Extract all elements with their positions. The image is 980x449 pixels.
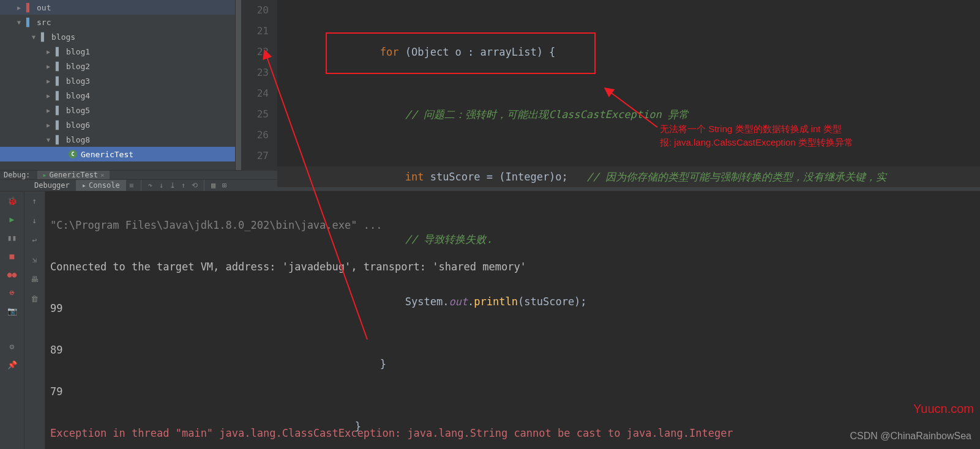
tab-debugger[interactable]: Debugger bbox=[28, 180, 76, 191]
tree-item-out[interactable]: ▶▋out bbox=[0, 0, 241, 15]
print-icon[interactable]: 🖶 bbox=[28, 272, 42, 286]
up-icon[interactable]: ↑ bbox=[28, 194, 42, 207]
folder-icon: ▋ bbox=[23, 17, 34, 28]
annotation-text: 无法将一个 String 类型的数据转换成 int 类型 报: java.lan… bbox=[660, 122, 853, 149]
line-number: 23 bbox=[242, 62, 269, 83]
tree-item-blog3[interactable]: ▶▋blog3 bbox=[0, 73, 241, 88]
code-line-current: int stuScore = (Integer)o; // 因为你存储的类型可能… bbox=[277, 166, 980, 187]
step-into-icon[interactable]: ↓ bbox=[156, 181, 167, 190]
code-line: // 导致转换失败. bbox=[277, 229, 980, 250]
run-to-cursor-icon[interactable]: ▦ bbox=[208, 181, 219, 190]
tree-label: src bbox=[37, 18, 51, 27]
scroll-icon[interactable]: ⇲ bbox=[28, 253, 42, 266]
chevron-right-icon: ▶ bbox=[15, 4, 23, 11]
console-toolbar: ↑ ↓ ↩ ⇲ 🖶 🗑 bbox=[24, 191, 45, 449]
folder-icon: ▋ bbox=[53, 46, 64, 57]
folder-icon: ▋ bbox=[53, 75, 64, 86]
separator bbox=[204, 180, 204, 191]
tree-label: blog6 bbox=[66, 121, 90, 130]
code-line: for (Object o : arrayList) { bbox=[277, 42, 980, 62]
chevron-right-icon: ▶ bbox=[44, 63, 53, 70]
resume-icon[interactable]: ▶ bbox=[6, 212, 19, 226]
tree-item-blogs[interactable]: ▼▋blogs bbox=[0, 29, 241, 44]
breakpoints-icon[interactable]: ●● bbox=[6, 267, 19, 281]
chevron-right-icon: ▶ bbox=[44, 107, 53, 114]
step-over-icon[interactable]: ↷ bbox=[145, 181, 156, 190]
tree-label: out bbox=[37, 3, 51, 12]
tree-item-blog8[interactable]: ▼▋blog8 bbox=[0, 132, 241, 147]
pin-icon[interactable]: 📌 bbox=[6, 358, 19, 371]
wrap-icon[interactable]: ↩ bbox=[28, 233, 42, 247]
chevron-right-icon: ▶ bbox=[44, 48, 53, 55]
step-out-icon[interactable]: ↑ bbox=[178, 181, 189, 190]
close-icon[interactable]: × bbox=[100, 171, 105, 179]
gutter: 20 21 22 23 24 25 26 27 bbox=[242, 0, 277, 170]
chevron-right-icon: ▶ bbox=[44, 78, 53, 84]
settings-icon[interactable]: ⚙ bbox=[6, 340, 19, 353]
scrollbar[interactable] bbox=[235, 0, 241, 170]
filter-icon[interactable]: ≡ bbox=[126, 181, 137, 190]
code-line: // 问题二：强转时，可能出现ClassCastException 异常 bbox=[277, 104, 980, 125]
class-icon: C bbox=[67, 149, 78, 160]
pause-icon[interactable]: ▮▮ bbox=[6, 231, 19, 244]
line-number: 26 bbox=[242, 125, 269, 146]
line-number: 20 bbox=[242, 0, 269, 21]
code-editor[interactable]: 20 21 22 23 24 25 26 27 for (Object o : … bbox=[242, 0, 980, 170]
tree-label: blog4 bbox=[66, 91, 90, 100]
folder-icon: ▋ bbox=[53, 61, 64, 72]
folder-icon: ▋ bbox=[53, 119, 64, 130]
chevron-down-icon: ▼ bbox=[44, 136, 53, 143]
rerun-icon[interactable]: 🐞 bbox=[6, 194, 19, 207]
tree-label: blogs bbox=[51, 32, 75, 42]
tree-label: GenericTest bbox=[81, 150, 133, 159]
tree-label: blog8 bbox=[66, 135, 90, 144]
tree-label: blog3 bbox=[66, 76, 90, 86]
separator bbox=[141, 180, 141, 191]
chevron-down-icon: ▼ bbox=[15, 19, 23, 26]
down-icon[interactable]: ↓ bbox=[28, 213, 42, 227]
console-icon: ▸ bbox=[82, 181, 86, 190]
tree-item-blog5[interactable]: ▶▋blog5 bbox=[0, 103, 241, 117]
chevron-down-icon: ▼ bbox=[29, 34, 38, 40]
tree-item-blog4[interactable]: ▶▋blog4 bbox=[0, 88, 241, 103]
line-number: 25 bbox=[242, 104, 269, 125]
tree-item-src[interactable]: ▼▋src bbox=[0, 15, 241, 29]
folder-icon: ▋ bbox=[23, 2, 34, 13]
line-number: 27 bbox=[242, 146, 269, 166]
csdn-credit: CSDN @ChinaRainbowSea bbox=[850, 431, 971, 442]
trash-icon[interactable]: 🗑 bbox=[28, 292, 42, 305]
chevron-right-icon: ▶ bbox=[44, 122, 53, 128]
force-step-icon[interactable]: ⤓ bbox=[167, 181, 178, 190]
tab-console[interactable]: ▸Console bbox=[76, 180, 126, 191]
chevron-right-icon: ▶ bbox=[44, 92, 53, 99]
drop-frame-icon[interactable]: ⟲ bbox=[189, 181, 200, 190]
folder-icon: ▋ bbox=[53, 134, 64, 145]
folder-icon: ▋ bbox=[53, 90, 64, 101]
code-area[interactable]: for (Object o : arrayList) { // 问题二：强转时，… bbox=[277, 0, 980, 170]
code-line: } bbox=[277, 354, 980, 374]
tree-label: blog1 bbox=[66, 47, 90, 56]
mute-breakpoints-icon[interactable]: ⊘ bbox=[6, 286, 19, 299]
tree-item-blog6[interactable]: ▶▋blog6 bbox=[0, 117, 241, 132]
code-line: System.out.println(stuScore); bbox=[277, 291, 980, 312]
debug-tab-generictest[interactable]: ▸ GenericTest × bbox=[37, 171, 109, 179]
camera-icon[interactable]: 📷 bbox=[6, 304, 19, 317]
tree-label: blog5 bbox=[66, 106, 90, 115]
tree-item-blog1[interactable]: ▶▋blog1 bbox=[0, 44, 241, 59]
folder-icon: ▋ bbox=[53, 105, 64, 116]
tree-item-generictest[interactable]: CGenericTest bbox=[0, 147, 241, 161]
project-tree[interactable]: ▶▋out ▼▋src ▼▋blogs ▶▋blog1 ▶▋blog2 ▶▋bl… bbox=[0, 0, 242, 170]
stop-icon[interactable]: ■ bbox=[6, 249, 19, 262]
tree-item-blog2[interactable]: ▶▋blog2 bbox=[0, 59, 241, 73]
tree-label: blog2 bbox=[66, 62, 90, 71]
debug-left-toolbar: 🐞 ▶ ▮▮ ■ ●● ⊘ 📷 ⚙ 📌 bbox=[0, 191, 24, 449]
watermark: Yuucn.com bbox=[913, 402, 974, 416]
line-number: 21 bbox=[242, 21, 269, 42]
debug-title: Debug: bbox=[4, 171, 30, 179]
debug-tab-label: GenericTest bbox=[50, 171, 98, 179]
line-number: 24 bbox=[242, 83, 269, 104]
folder-icon: ▋ bbox=[38, 31, 49, 42]
evaluate-icon[interactable]: ⊞ bbox=[219, 181, 230, 190]
run-icon: ▸ bbox=[42, 171, 47, 179]
line-number: 22 bbox=[242, 42, 269, 62]
